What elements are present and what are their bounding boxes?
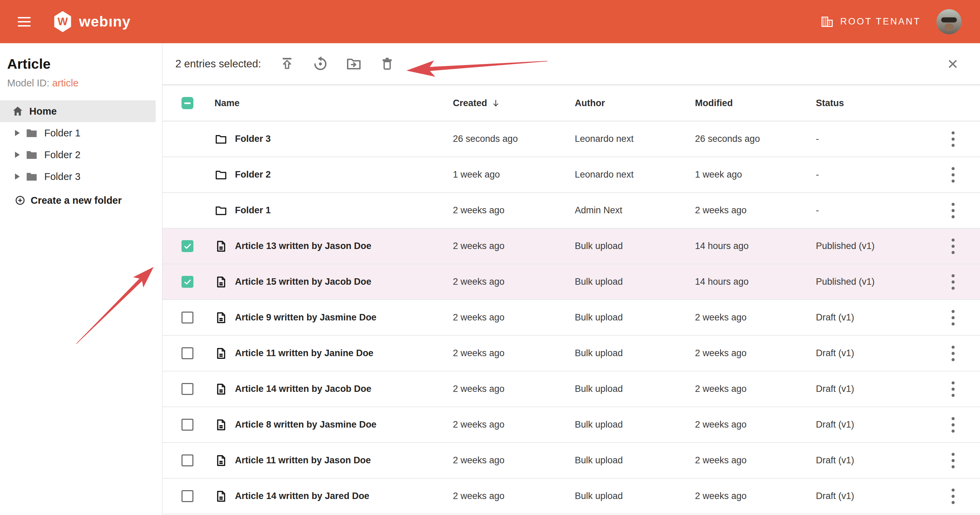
tenant-selector[interactable]: ROOT TENANT (820, 15, 921, 29)
folder-icon (215, 168, 228, 181)
row-menu-button[interactable] (946, 380, 961, 398)
hamburger-menu-icon[interactable] (18, 17, 31, 27)
folder-filled-icon (25, 148, 38, 162)
table-row[interactable]: Article 11 written by Jason Doe 2 weeks … (162, 443, 980, 479)
entry-name: Article 8 written by Jasmine Doe (235, 420, 377, 430)
folder-icon (215, 204, 228, 217)
entry-status: Draft (v1) (816, 348, 926, 358)
tenant-label: ROOT TENANT (840, 16, 921, 27)
entry-author: Admin Next (575, 205, 695, 216)
folder-move-icon (345, 56, 362, 72)
table-row[interactable]: Article 9 written by Jasmine Doe 2 weeks… (162, 300, 980, 336)
entry-name: Article 15 written by Jacob Doe (235, 277, 372, 287)
entry-modified: 14 hours ago (695, 277, 816, 287)
row-checkbox[interactable] (181, 383, 193, 395)
create-folder-button[interactable]: Create a new folder (0, 190, 162, 211)
column-created[interactable]: Created (453, 98, 575, 108)
sidebar: Article Model ID: article Home (0, 43, 162, 515)
sidebar-folder-item[interactable]: Folder 1 (0, 122, 162, 144)
entry-created: 2 weeks ago (453, 205, 575, 216)
row-checkbox[interactable] (181, 240, 193, 252)
entry-created: 2 weeks ago (453, 241, 575, 251)
publish-button[interactable] (279, 56, 295, 72)
entry-status: - (816, 134, 926, 144)
column-author[interactable]: Author (575, 98, 695, 108)
entry-author: Bulk upload (575, 491, 695, 501)
webiny-logo: W webıny (53, 11, 131, 32)
row-menu-button[interactable] (946, 237, 961, 255)
move-to-folder-button[interactable] (345, 56, 362, 72)
row-menu-button[interactable] (946, 201, 961, 220)
entry-modified: 2 weeks ago (695, 491, 816, 501)
row-menu-button[interactable] (946, 416, 961, 434)
table-header: Name Created Author Modified Status (162, 86, 980, 122)
restore-icon (312, 56, 329, 72)
row-checkbox[interactable] (181, 419, 193, 431)
sidebar-folder-label: Folder 2 (44, 149, 80, 160)
chevron-right-icon[interactable] (15, 173, 20, 180)
table-row[interactable]: Article 15 written by Jacob Doe 2 weeks … (162, 264, 980, 300)
select-all-checkbox[interactable] (181, 97, 193, 109)
row-menu-button[interactable] (946, 166, 961, 184)
table-row[interactable]: Article 8 written by Jasmine Doe 2 weeks… (162, 407, 980, 443)
sidebar-item-home[interactable]: Home (0, 100, 156, 122)
row-checkbox[interactable] (181, 455, 193, 466)
table-row[interactable]: Article 14 written by Jacob Doe 2 weeks … (162, 371, 980, 407)
webiny-headless-cms-app: W webıny ROOT TENANT (0, 0, 980, 515)
row-menu-button[interactable] (946, 309, 961, 327)
table-row[interactable]: Folder 1 2 weeks ago Admin Next 2 weeks … (162, 193, 980, 228)
entry-name: Article 11 written by Jason Doe (235, 455, 371, 466)
user-avatar[interactable] (936, 9, 962, 34)
create-folder-label: Create a new folder (31, 195, 122, 206)
row-checkbox[interactable] (181, 312, 193, 323)
entry-modified: 2 weeks ago (695, 384, 816, 394)
table-row[interactable]: Folder 3 26 seconds ago Leonardo next 26… (162, 122, 980, 157)
model-id: Model ID: article (0, 78, 162, 89)
delete-button[interactable] (379, 56, 395, 72)
row-menu-button[interactable] (946, 344, 961, 363)
entry-author: Bulk upload (575, 312, 695, 323)
home-icon (11, 105, 24, 118)
entry-created: 2 weeks ago (453, 312, 575, 323)
table-row[interactable]: Article 13 written by Jason Doe 2 weeks … (162, 228, 980, 264)
column-name[interactable]: Name (215, 98, 240, 108)
folder-tree: Home Folder 1 Folder 2 Folder 3 (0, 100, 162, 211)
row-checkbox[interactable] (181, 276, 193, 288)
document-icon (215, 383, 228, 396)
row-checkbox[interactable] (181, 490, 193, 502)
row-checkbox[interactable] (181, 347, 193, 359)
unpublish-button[interactable] (312, 56, 329, 72)
entry-status: - (816, 205, 926, 216)
trash-icon (380, 57, 395, 71)
table-row[interactable]: Article 11 written by Janine Doe 2 weeks… (162, 336, 980, 371)
table-row[interactable]: Article 14 written by Jared Doe 2 weeks … (162, 479, 980, 514)
close-selection-button[interactable] (945, 56, 961, 72)
sidebar-folder-item[interactable]: Folder 2 (0, 144, 162, 166)
entry-status: Published (v1) (816, 277, 926, 287)
row-menu-button[interactable] (946, 130, 961, 148)
model-id-link[interactable]: article (52, 78, 78, 89)
table-row[interactable]: Folder 2 1 week ago Leonardo next 1 week… (162, 157, 980, 193)
entry-status: Draft (v1) (816, 312, 926, 323)
webiny-logo-icon: W (53, 11, 72, 32)
close-icon (947, 58, 959, 70)
entry-modified: 14 hours ago (695, 241, 816, 251)
row-menu-button[interactable] (946, 452, 961, 470)
model-id-label: Model ID: (7, 78, 49, 89)
column-status[interactable]: Status (816, 98, 926, 108)
chevron-right-icon[interactable] (15, 152, 20, 158)
bulk-actions-toolbar: 2 entries selected: (162, 43, 980, 86)
entry-created: 2 weeks ago (453, 384, 575, 394)
sort-desc-icon (492, 99, 500, 108)
entries-panel: 2 entries selected: (162, 43, 980, 515)
document-icon (215, 418, 228, 431)
row-menu-button[interactable] (946, 273, 961, 291)
sidebar-folder-item[interactable]: Folder 3 (0, 166, 162, 187)
chevron-right-icon[interactable] (15, 130, 20, 136)
entry-status: - (816, 170, 926, 180)
document-icon (215, 490, 228, 503)
entry-name: Article 13 written by Jason Doe (235, 241, 372, 251)
entry-author: Bulk upload (575, 348, 695, 358)
column-modified[interactable]: Modified (695, 98, 816, 108)
row-menu-button[interactable] (946, 487, 961, 505)
